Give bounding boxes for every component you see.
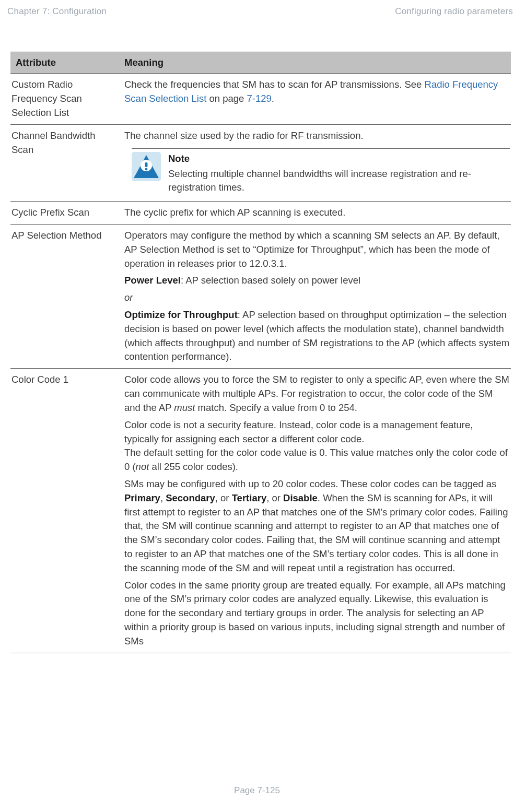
- col-meaning: Meaning: [119, 52, 511, 74]
- header-left: Chapter 7: Configuration: [7, 5, 107, 18]
- label-secondary: Secondary: [166, 492, 215, 503]
- label-power-level: Power Level: [124, 275, 181, 286]
- meaning-custom-radio: Check the frequencies that SM has to sca…: [119, 74, 511, 124]
- label-optimize-throughput: Optimize for Throughput: [124, 309, 238, 320]
- text: on page: [206, 93, 247, 104]
- text-or: or: [124, 292, 133, 303]
- attr-channel-bandwidth: Channel Bandwidth Scan: [10, 124, 119, 201]
- note-box: Note Selecting multiple channel bandwidt…: [132, 148, 510, 197]
- row-ap-selection: AP Selection Method Operators may config…: [10, 224, 511, 368]
- text: Color codes in the same priority group a…: [124, 579, 510, 649]
- text-not: not: [136, 461, 149, 472]
- text: .: [272, 93, 274, 104]
- text: all 255 color codes).: [149, 461, 238, 472]
- note-icon: [132, 152, 161, 181]
- note-text: Selecting multiple channel bandwidths wi…: [168, 167, 510, 195]
- attr-color-code: Color Code 1: [10, 369, 119, 653]
- text: , or: [215, 492, 232, 503]
- text: The channel size used by the radio for R…: [124, 129, 510, 143]
- meaning-channel-bandwidth: The channel size used by the radio for R…: [119, 124, 511, 201]
- text: Operators may configure the method by wh…: [124, 229, 510, 270]
- label-disable: Disable: [283, 492, 318, 503]
- meaning-ap-selection: Operators may configure the method by wh…: [119, 224, 511, 368]
- row-color-code: Color Code 1 Color code allows you to fo…: [10, 369, 511, 653]
- note-title: Note: [168, 152, 510, 166]
- row-cyclic-prefix: Cyclic Prefix Scan The cyclic prefix for…: [10, 202, 511, 225]
- text: SMs may be configured with up to 20 colo…: [124, 478, 496, 489]
- text: : AP selection based solely on power lev…: [181, 275, 360, 286]
- link-page-7-129[interactable]: 7-129: [247, 93, 272, 104]
- table-header-row: Attribute Meaning: [10, 52, 511, 74]
- text: , or: [266, 492, 283, 503]
- meaning-color-code: Color code allows you to force the SM to…: [119, 369, 511, 653]
- text-must: must: [174, 402, 195, 413]
- row-custom-radio: Custom Radio Frequency Scan Selection Li…: [10, 74, 511, 124]
- text: The cyclic prefix for which AP scanning …: [124, 206, 510, 220]
- row-channel-bandwidth: Channel Bandwidth Scan The channel size …: [10, 124, 511, 201]
- attr-custom-radio: Custom Radio Frequency Scan Selection Li…: [10, 74, 119, 124]
- header-right: Configuring radio parameters: [395, 5, 513, 18]
- text: match. Specify a value from 0 to 254.: [195, 402, 357, 413]
- text: ,: [160, 492, 166, 503]
- attr-ap-selection: AP Selection Method: [10, 224, 119, 368]
- meaning-cyclic-prefix: The cyclic prefix for which AP scanning …: [119, 202, 511, 225]
- text: Check the frequencies that SM has to sca…: [124, 79, 424, 90]
- attr-cyclic-prefix: Cyclic Prefix Scan: [10, 202, 119, 225]
- label-primary: Primary: [124, 492, 160, 503]
- svg-rect-3: [145, 162, 148, 167]
- text: . When the SM is scanning for APs, it wi…: [124, 492, 508, 573]
- label-tertiary: Tertiary: [232, 492, 267, 503]
- text: Selecting multiple channel bandwidths wi…: [168, 168, 471, 193]
- text: Color code is not a security feature. In…: [124, 418, 510, 446]
- attributes-table: Attribute Meaning Custom Radio Frequency…: [10, 52, 511, 653]
- svg-point-4: [145, 168, 148, 170]
- page-footer: Page 7-125: [0, 784, 514, 797]
- col-attribute: Attribute: [10, 52, 119, 74]
